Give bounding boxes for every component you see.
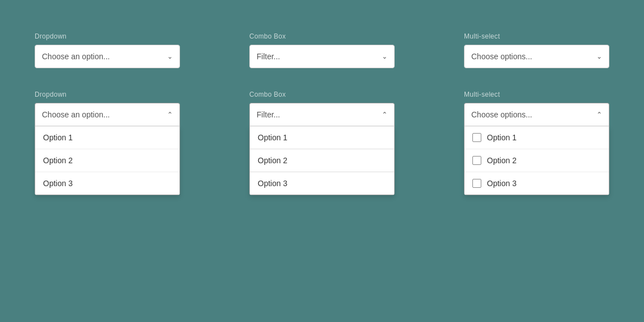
- multi-closed-label: Multi-select: [464, 32, 609, 40]
- combo-open-trigger[interactable]: Filter... ⌃: [249, 103, 395, 126]
- dropdown-open-placeholder: Choose an option...: [42, 110, 110, 119]
- multi-closed-trigger[interactable]: Choose options... ⌄: [464, 45, 609, 68]
- combo-open-placeholder: Filter...: [257, 110, 280, 119]
- chevron-up-icon: ⌃: [167, 111, 173, 119]
- multi-menu-item-option2[interactable]: Option 2: [465, 149, 609, 172]
- combo-open-label: Combo Box: [249, 91, 395, 98]
- multi-open-group: Multi-select Choose options... ⌃ Option …: [464, 91, 609, 195]
- dropdown-closed-group: Dropdown Choose an option... ⌄: [35, 32, 180, 68]
- dropdown-open-wrapper: Choose an option... ⌃ Option 1 Option 2 …: [35, 103, 180, 195]
- panel-multi-select: Multi-select Choose options... ⌄ Multi-s…: [442, 16, 632, 306]
- dropdown-closed-placeholder: Choose an option...: [42, 52, 110, 61]
- dropdown-open-group: Dropdown Choose an option... ⌃ Option 1 …: [35, 91, 180, 195]
- multi-menu-item-option1[interactable]: Option 1: [465, 126, 609, 149]
- multi-open-label: Multi-select: [464, 91, 609, 98]
- combo-closed-placeholder: Filter...: [257, 52, 280, 61]
- combo-closed-group: Combo Box Filter... ⌄: [249, 32, 395, 68]
- checkbox-option2[interactable]: [472, 156, 481, 165]
- chevron-up-icon: ⌃: [596, 111, 602, 119]
- menu-item-option1[interactable]: Option 1: [35, 126, 179, 149]
- multi-open-wrapper: Choose options... ⌃ Option 1 Option 2 Op…: [464, 103, 609, 195]
- chevron-down-icon: ⌄: [167, 53, 173, 60]
- combo-menu-item-option3[interactable]: Option 3: [250, 172, 394, 195]
- combo-closed-trigger[interactable]: Filter... ⌄: [249, 45, 395, 68]
- combo-open-group: Combo Box Filter... ⌃ Option 1 Option 2 …: [249, 91, 395, 195]
- chevron-down-icon: ⌄: [596, 53, 602, 60]
- multi-open-trigger[interactable]: Choose options... ⌃: [464, 103, 609, 126]
- multi-closed-group: Multi-select Choose options... ⌄: [464, 32, 609, 68]
- combo-closed-label: Combo Box: [249, 32, 395, 40]
- dropdown-closed-trigger[interactable]: Choose an option... ⌄: [35, 45, 180, 68]
- panel-dropdown: Dropdown Choose an option... ⌄ Dropdown …: [12, 16, 202, 306]
- dropdown-menu: Option 1 Option 2 Option 3: [35, 126, 180, 195]
- checkbox-option3[interactable]: [472, 179, 481, 188]
- dropdown-closed-label: Dropdown: [35, 32, 180, 40]
- combo-menu-item-option1[interactable]: Option 1: [250, 126, 394, 149]
- multi-option2-label: Option 2: [487, 156, 517, 165]
- combo-open-wrapper: Filter... ⌃ Option 1 Option 2 Option 3: [249, 103, 395, 195]
- multi-closed-placeholder: Choose options...: [471, 52, 532, 61]
- multi-option1-label: Option 1: [487, 133, 517, 142]
- multi-menu: Option 1 Option 2 Option 3: [464, 126, 609, 195]
- combo-menu: Option 1 Option 2 Option 3: [249, 126, 395, 195]
- combo-menu-item-option2[interactable]: Option 2: [250, 149, 394, 172]
- dropdown-open-trigger[interactable]: Choose an option... ⌃: [35, 103, 180, 126]
- chevron-up-icon: ⌃: [382, 111, 387, 119]
- chevron-down-icon: ⌄: [382, 53, 387, 60]
- multi-option3-label: Option 3: [487, 179, 517, 188]
- menu-item-option2[interactable]: Option 2: [35, 149, 179, 172]
- multi-menu-item-option3[interactable]: Option 3: [465, 172, 609, 195]
- checkbox-option1[interactable]: [472, 133, 481, 142]
- menu-item-option3[interactable]: Option 3: [35, 172, 179, 195]
- multi-open-placeholder: Choose options...: [471, 110, 532, 119]
- dropdown-open-label: Dropdown: [35, 91, 180, 98]
- panel-combo-box: Combo Box Filter... ⌄ Combo Box Filter..…: [227, 16, 417, 306]
